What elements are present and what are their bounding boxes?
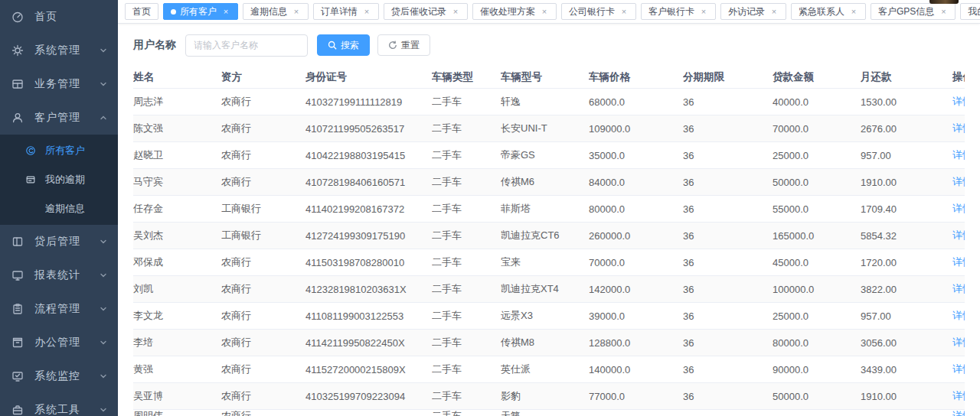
- tab-7[interactable]: 客户银行卡×: [641, 3, 716, 20]
- cell-id_number: 411402199208167372: [305, 203, 432, 215]
- cell-vehicle_model: 英仕派: [501, 362, 589, 376]
- cell-vehicle_type: 二手车: [432, 255, 501, 269]
- detail-link[interactable]: 详情: [952, 96, 965, 107]
- sidebar-subitem-3-2[interactable]: 逾期信息: [0, 194, 118, 223]
- detail-link[interactable]: 详情: [952, 283, 965, 294]
- tab-6[interactable]: 公司银行卡×: [561, 3, 636, 20]
- cell-actions: 详情: [952, 282, 965, 296]
- cell-name: 周志洋: [133, 95, 221, 109]
- tab-1[interactable]: 所有客户×: [163, 3, 238, 20]
- cell-name: 黄强: [133, 362, 221, 376]
- cell-vehicle_type: 二手车: [432, 122, 501, 135]
- close-icon[interactable]: ×: [540, 7, 549, 16]
- sidebar-item-6[interactable]: 流程管理: [0, 292, 118, 326]
- detail-link[interactable]: 详情: [952, 390, 965, 401]
- chevron-down-icon: [100, 339, 107, 346]
- chevron-down-icon: [100, 114, 107, 122]
- cell-funder: 农商行: [221, 148, 305, 162]
- tab-label: 客户GPS信息: [878, 5, 934, 18]
- cell-loan_amount: 165000.0: [773, 230, 861, 242]
- detail-link[interactable]: 详情: [952, 122, 965, 134]
- chevron-down-icon: [100, 271, 107, 279]
- sidebar-item-3[interactable]: 客户管理: [0, 101, 118, 135]
- chevron-down-icon: [100, 238, 107, 245]
- detail-link[interactable]: 详情: [952, 411, 965, 416]
- refresh-icon: [388, 41, 401, 50]
- tab-0[interactable]: 首页: [125, 3, 158, 20]
- tab-10[interactable]: 客户GPS信息×: [871, 3, 956, 20]
- detail-link[interactable]: 详情: [952, 336, 965, 348]
- sidebar-item-8[interactable]: 系统监控: [0, 359, 118, 393]
- search-input[interactable]: [185, 34, 308, 57]
- close-icon[interactable]: ×: [699, 7, 708, 16]
- cell-vehicle_model: 远景X3: [501, 309, 589, 323]
- cell-id_number: 411081199003122553: [305, 310, 432, 322]
- cell-vehicle_type: 二手车: [432, 309, 501, 323]
- sidebar-subitem-3-1[interactable]: 我的逾期: [0, 165, 118, 194]
- cell-term: 36: [683, 391, 773, 402]
- cell-monthly_payment: 3822.00: [861, 284, 952, 295]
- tab-4[interactable]: 贷后催收记录×: [384, 3, 468, 20]
- sidebar-item-4[interactable]: 贷后管理: [0, 225, 118, 258]
- close-icon[interactable]: ×: [849, 7, 858, 16]
- table-row: 李文龙农商行411081199003122553二手车远景X339000.036…: [133, 303, 965, 330]
- detail-link[interactable]: 详情: [952, 229, 965, 241]
- cell-actions: 详情: [952, 175, 965, 189]
- sidebar-item-label: 办公管理: [34, 336, 100, 349]
- close-icon[interactable]: ×: [451, 7, 460, 16]
- reset-button[interactable]: 重置: [377, 34, 430, 56]
- close-icon[interactable]: ×: [292, 7, 301, 16]
- detail-link[interactable]: 详情: [952, 203, 965, 214]
- sidebar-item-7[interactable]: 办公管理: [0, 326, 118, 359]
- detail-link[interactable]: 详情: [952, 149, 965, 161]
- cell-vehicle_type: 二手车: [432, 282, 501, 296]
- sidebar-item-2[interactable]: 业务管理: [0, 67, 118, 101]
- cell-id_number: 410327199111112819: [305, 96, 432, 108]
- dashboard-icon: [11, 11, 24, 23]
- close-icon[interactable]: ×: [619, 7, 629, 16]
- cell-actions: 详情: [952, 336, 965, 349]
- tab-8[interactable]: 外访记录×: [720, 3, 786, 20]
- close-icon[interactable]: ×: [939, 7, 948, 16]
- customers-table: 姓名资方身份证号车辆类型车辆型号车辆价格分期期限贷款金额月还款操作周志洋农商行4…: [133, 66, 965, 416]
- cell-monthly_payment: 957.00: [861, 150, 952, 161]
- tab-label: 所有客户: [180, 5, 217, 18]
- cell-vehicle_price: 77000.0: [589, 391, 683, 402]
- main-area: 首页所有客户×逾期信息×订单详情×贷后催收记录×催收处理方案×公司银行卡×客户银…: [118, 0, 980, 416]
- sidebar-item-5[interactable]: 报表统计: [0, 258, 118, 292]
- detail-link[interactable]: 详情: [952, 256, 965, 268]
- sidebar-subitem-3-0[interactable]: 所有客户: [0, 136, 118, 165]
- user-icon: [11, 112, 24, 124]
- close-icon[interactable]: ×: [769, 7, 779, 16]
- detail-link[interactable]: 详情: [952, 176, 965, 187]
- close-icon[interactable]: ×: [221, 7, 230, 16]
- table-row: 李培农商行41142119950822450X二手车传祺M8128800.036…: [133, 330, 965, 356]
- sidebar-item-1[interactable]: 系统管理: [0, 34, 118, 67]
- cell-actions: 详情: [952, 389, 965, 403]
- tab-label: 催收处理方案: [480, 5, 535, 18]
- cell-loan_amount: 50000.0: [773, 177, 861, 188]
- cell-vehicle_model: 长安UNI-T: [501, 122, 589, 135]
- cell-loan_amount: 40000.0: [773, 96, 861, 108]
- avatar-partial[interactable]: [929, 0, 959, 4]
- app-window: 首页系统管理业务管理客户管理所有客户我的逾期逾期信息贷后管理报表统计流程管理办公…: [0, 0, 980, 416]
- tab-11[interactable]: 我的待办×: [960, 3, 980, 20]
- tab-3[interactable]: 订单详情×: [313, 3, 379, 20]
- cell-vehicle_model: 影豹: [501, 389, 589, 403]
- cell-name: 李文龙: [133, 309, 221, 323]
- tab-9[interactable]: 紧急联系人×: [791, 3, 866, 20]
- tab-label: 贷后催收记录: [391, 5, 446, 18]
- tab-2[interactable]: 逾期信息×: [243, 3, 309, 20]
- detail-link[interactable]: 详情: [952, 310, 965, 321]
- card-icon: [25, 174, 36, 185]
- search-button[interactable]: 搜索: [317, 34, 370, 56]
- close-icon[interactable]: ×: [362, 7, 371, 16]
- sidebar-item-0[interactable]: 首页: [0, 0, 118, 34]
- cell-name: 马守宾: [133, 175, 221, 189]
- sidebar: 首页系统管理业务管理客户管理所有客户我的逾期逾期信息贷后管理报表统计流程管理办公…: [0, 0, 118, 416]
- tab-5[interactable]: 催收处理方案×: [472, 3, 557, 20]
- sidebar-item-9[interactable]: 系统工具: [0, 393, 118, 416]
- detail-link[interactable]: 详情: [952, 363, 965, 375]
- cell-loan_amount: 90000.0: [773, 364, 861, 375]
- cell-monthly_payment: 2676.00: [861, 123, 952, 135]
